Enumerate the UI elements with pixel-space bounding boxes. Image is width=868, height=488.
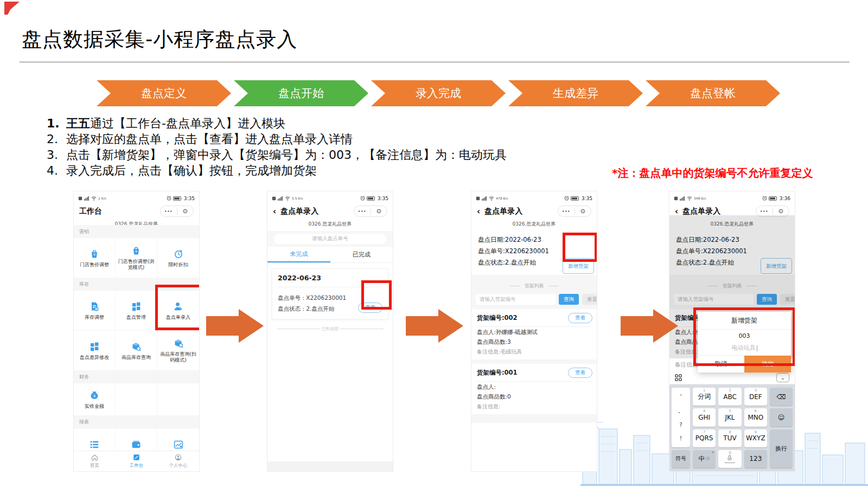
key-4-ghi[interactable]: 4GHI bbox=[693, 408, 716, 426]
more-icon[interactable]: ••• bbox=[558, 209, 575, 214]
end-of-list-hint: —————————— 已到底部 —————————— bbox=[267, 326, 393, 332]
arrow-right-1 bbox=[206, 309, 264, 343]
net-speed: 2 K/s bbox=[98, 197, 106, 200]
close-target-icon[interactable]: ⊙ bbox=[773, 208, 789, 215]
mini-program-capsule[interactable]: •••⊙ bbox=[160, 206, 194, 217]
reset-button[interactable]: 重置 bbox=[582, 294, 597, 305]
shelf-search-input[interactable]: 请输入货架编号 bbox=[476, 294, 556, 305]
order-no: 盘点单号 : X2206230001 bbox=[278, 292, 382, 303]
cancel-button[interactable]: 取消 bbox=[698, 356, 744, 373]
key-emoji[interactable]: ☺ bbox=[770, 408, 793, 426]
box-search-icon bbox=[173, 338, 184, 349]
key-5-jkl[interactable]: 5JKL bbox=[718, 408, 741, 426]
tab-unfinished[interactable]: 未完成 bbox=[267, 247, 330, 262]
order-search-input[interactable]: 请输入盘点单号 bbox=[274, 234, 386, 244]
more-icon[interactable]: ••• bbox=[354, 209, 371, 214]
confirm-button[interactable]: 确定 bbox=[744, 356, 791, 373]
page-header-title: 工作台 bbox=[79, 207, 102, 216]
clock-icon bbox=[173, 248, 184, 259]
user-icon bbox=[174, 453, 182, 461]
back-icon[interactable]: ‹ bbox=[477, 208, 480, 215]
clock: 3:35 bbox=[378, 196, 388, 201]
app-received-amount[interactable]: 实收金额 bbox=[74, 383, 116, 415]
page-title: 盘点数据采集-小程序盘点录入 bbox=[22, 26, 297, 53]
add-shelf-button[interactable]: 新增货架 bbox=[563, 258, 594, 274]
app-diff-modify[interactable]: 盘点差异修改 bbox=[74, 330, 116, 370]
bag-icon bbox=[131, 245, 142, 256]
keyboard-hide-icon[interactable]: ⌄ bbox=[776, 373, 789, 382]
close-target-icon[interactable]: ⊙ bbox=[371, 208, 387, 215]
process-flow: 盘点定义 盘点开始 录入完成 生成差异 盘点登帐 bbox=[97, 80, 780, 106]
more-icon[interactable]: ••• bbox=[161, 209, 177, 214]
view-button[interactable]: 查看 bbox=[568, 368, 592, 378]
back-icon[interactable]: ‹ bbox=[675, 208, 678, 215]
key-lang-toggle[interactable]: 中/英 bbox=[693, 450, 716, 468]
net-speed: 348 B/s bbox=[694, 197, 706, 200]
app-price-adjust-browse[interactable]: 门店售价调整(浏览模式) bbox=[116, 237, 157, 278]
t9-keyboard: '。?! 1分词 2ABC 3DEF ⌫ 4GHI 5JKL 6MNO ☺ 7P… bbox=[669, 384, 795, 471]
back-icon[interactable]: ‹ bbox=[273, 208, 276, 215]
battery-icon bbox=[367, 196, 375, 201]
arrow-right-3 bbox=[621, 309, 678, 343]
shelf-person: 盘点人:孙娜娜-砥越测试 bbox=[477, 327, 591, 337]
mini-program-capsule[interactable]: •••⊙ bbox=[354, 206, 387, 217]
key-space-voice[interactable]: 0 bbox=[718, 450, 741, 468]
section-finance: 财务 bbox=[74, 370, 199, 383]
battery-icon bbox=[571, 196, 579, 201]
keyboard-switch-icon[interactable] bbox=[675, 374, 682, 381]
key-enter[interactable]: 换行 bbox=[770, 429, 793, 468]
store-name: 0326.恐龙礼品世界 bbox=[471, 219, 597, 231]
page-header-title: 盘点单录入 bbox=[280, 207, 318, 216]
view-button[interactable]: 查看 bbox=[568, 313, 592, 323]
key-punctuation-strip[interactable]: '。?! bbox=[672, 388, 690, 447]
view-button[interactable]: 查看 bbox=[358, 303, 382, 313]
title-divider bbox=[20, 61, 850, 63]
tab-finished[interactable]: 已完成 bbox=[330, 247, 393, 262]
shelf-remark: 备注信息:毛绒玩具 bbox=[477, 346, 591, 356]
app-price-adjust[interactable]: 门店售价调整 bbox=[74, 237, 116, 278]
app-stock-query-scan[interactable]: 商品库存查询(扫码模式) bbox=[157, 330, 199, 370]
app-stocktake-manage[interactable]: 盘点管理 bbox=[116, 290, 157, 330]
key-symbols[interactable]: 符号 bbox=[672, 450, 690, 468]
shelf-list-title: ------货架列表------ bbox=[471, 275, 597, 294]
tab-home[interactable]: 首页 bbox=[74, 451, 116, 471]
net-speed: 478 B/s bbox=[496, 197, 508, 200]
add-shelf-modal: 新增货架 003 电动玩具 取消 确定 bbox=[698, 312, 791, 373]
key-6-mno[interactable]: 6MNO bbox=[744, 408, 767, 426]
order-date: 盘点日期:2022-06-23 bbox=[478, 234, 590, 246]
app-time-discount[interactable]: 限时折扣 bbox=[157, 237, 199, 278]
close-target-icon[interactable]: ⊙ bbox=[177, 208, 194, 215]
flow-step-diff: 生成差异 bbox=[508, 80, 643, 106]
instruction-steps: 1.王五通过【工作台-盘点单录入】进入模块 2.选择对应的盘点单，点击【查看】进… bbox=[47, 115, 507, 178]
remark-input[interactable]: 电动玩具 bbox=[698, 342, 791, 355]
query-button[interactable]: 查询 bbox=[559, 294, 579, 305]
tab-profile[interactable]: 个人中心 bbox=[157, 451, 199, 471]
key-123[interactable]: 123 bbox=[744, 450, 767, 468]
app-stock-adjust[interactable]: 库存调整 bbox=[74, 290, 116, 330]
warning-note: *注：盘点单中的货架编号不允许重复定义 bbox=[612, 166, 813, 181]
key-1-fenci[interactable]: 1分词 bbox=[693, 388, 716, 406]
mini-program-capsule[interactable]: •••⊙ bbox=[558, 206, 591, 217]
page-header-title: 盘点单录入 bbox=[682, 207, 720, 216]
key-2-abc[interactable]: 2ABC bbox=[718, 388, 741, 406]
key-7-pqrs[interactable]: 7PQRS bbox=[693, 429, 716, 447]
arrow-right-2 bbox=[406, 309, 463, 343]
shelf-code-input[interactable]: 003 bbox=[698, 329, 791, 342]
phone-screenshot-add-shelf-modal: 348 B/s 3:36 ‹ 盘点单录入 •••⊙ 0326.恐龙礼品世界 盘点… bbox=[669, 191, 795, 472]
home-icon bbox=[91, 453, 99, 461]
key-backspace[interactable]: ⌫ bbox=[770, 388, 793, 406]
document-icon bbox=[89, 301, 100, 312]
app-stock-query[interactable]: 商品库存查询 bbox=[116, 330, 157, 370]
flow-step-post: 盘点登帐 bbox=[646, 80, 780, 106]
grid-icon bbox=[131, 301, 142, 312]
key-9-wxyz[interactable]: 9WXYZ bbox=[744, 429, 767, 447]
page-header-title: 盘点单录入 bbox=[484, 207, 522, 216]
more-icon[interactable]: ••• bbox=[756, 209, 773, 214]
slide-corner-decoration bbox=[4, 2, 20, 15]
tab-workbench[interactable]: 工作台 bbox=[116, 451, 157, 471]
step-3: 3.点击【新增货架】，弹窗中录入【货架编号】为：003，【备注信息】为：电动玩具 bbox=[47, 147, 507, 163]
close-target-icon[interactable]: ⊙ bbox=[575, 208, 591, 215]
app-stocktake-entry[interactable]: 盘点单录入 bbox=[157, 290, 199, 330]
key-3-def[interactable]: 3DEF bbox=[744, 388, 767, 406]
key-8-tuv[interactable]: 8TUV bbox=[718, 429, 741, 447]
